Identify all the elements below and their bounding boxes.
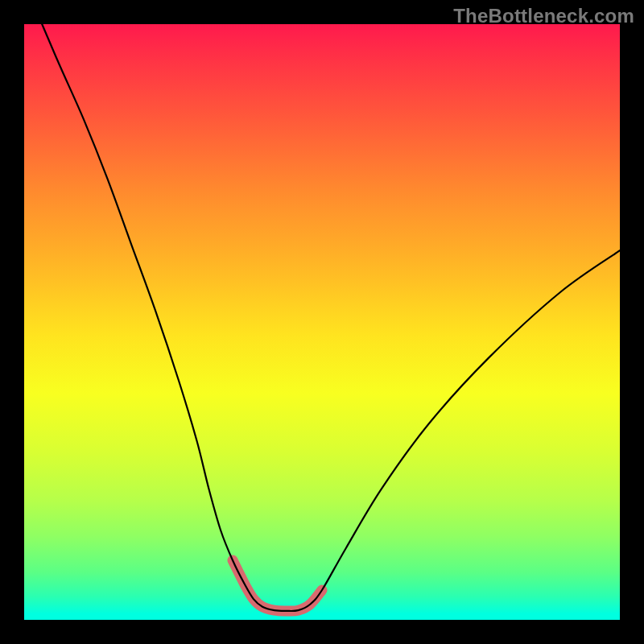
curve-svg: [24, 24, 620, 620]
plot-area: [24, 24, 620, 620]
chart-frame: TheBottleneck.com: [0, 0, 644, 644]
watermark-text: TheBottleneck.com: [453, 5, 634, 27]
bottleneck-curve: [42, 24, 620, 611]
